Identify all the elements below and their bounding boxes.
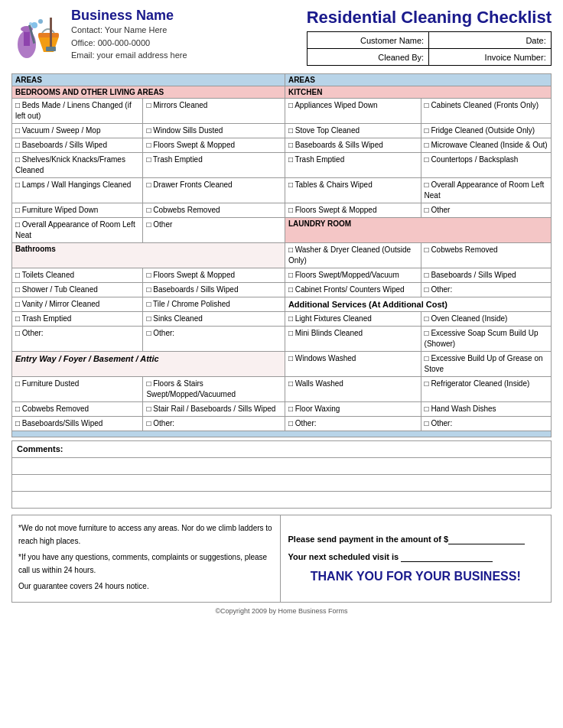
bedroom-item-4b: Trash Emptied	[143, 153, 285, 178]
bath-item-4b: Sinks Cleaned	[143, 312, 285, 327]
logo-icon	[11, 10, 65, 60]
entry-item-2b: Stair Rail / Baseboards / Sills Wiped	[143, 402, 285, 417]
kitchen-item-2a: Stove Top Cleaned	[285, 124, 421, 138]
payment-text: Please send payment in the amount of $	[288, 535, 449, 544]
bedroom-item-3a: Baseboards / Sills Wiped	[12, 138, 143, 153]
bedroom-item-4a: Shelves/Knick Knacks/Frames Cleaned	[12, 153, 143, 178]
info-grid: Customer Name: Date: Cleaned By: Invoice…	[307, 31, 552, 66]
kitchen-item-6b: Other	[421, 203, 551, 218]
payment-line: Please send payment in the amount of $	[288, 535, 544, 544]
svg-point-9	[29, 22, 32, 25]
bathrooms-header: Bathrooms	[12, 243, 285, 268]
logo-area: Business Name Contact: Your Name Here Of…	[11, 8, 187, 62]
email-info: Email: your email address here	[71, 49, 187, 62]
entry-item-1b: Floors & Stairs Swept/Mopped/Vacuumed	[143, 377, 285, 402]
copyright-text: ©Copyright 2009 by Home Business Forms	[11, 607, 552, 615]
bath-item-2a: Shower / Tub Cleaned	[12, 283, 143, 297]
bedroom-item-1b: Mirrors Cleaned	[143, 99, 285, 124]
entry-item-3a: Baseboards/Sills Wiped	[12, 417, 143, 431]
comments-label: Comments:	[12, 441, 552, 458]
visit-text: Your next scheduled visit is	[288, 552, 402, 561]
business-info: Business Name Contact: Your Name Here Of…	[71, 8, 187, 62]
additional-item-5b: Hand Wash Dishes	[421, 402, 551, 417]
bath-item-5b: Other:	[143, 327, 285, 352]
comment-line-3[interactable]	[12, 492, 552, 509]
kitchen-item-4b: Countertops / Backsplash	[421, 153, 551, 178]
kitchen-item-3b: Microwave Cleaned (Inside & Out)	[421, 138, 551, 153]
bedroom-item-6b: Cobwebs Removed	[143, 203, 285, 218]
entry-header: Entry Way / Foyer / Basement / Attic	[12, 352, 285, 377]
additional-item-1b: Oven Cleaned (Inside)	[421, 312, 551, 327]
spacer-row	[12, 431, 552, 437]
additional-item-5a: Floor Waxing	[285, 402, 421, 417]
svg-rect-6	[46, 47, 56, 51]
business-name: Business Name	[71, 8, 187, 24]
additional-item-3a: Windows Washed	[285, 352, 421, 377]
laundry-item-1b: Cobwebs Removed	[421, 243, 551, 268]
bath-item-4a: Trash Emptied	[12, 312, 143, 327]
disclaimer-3: Our guarantee covers 24 hours notice.	[18, 580, 274, 593]
date-label: Date:	[429, 32, 552, 49]
office-info: Office: 000-000-0000	[71, 37, 187, 50]
bedroom-item-6a: Furniture Wiped Down	[12, 203, 143, 218]
bath-item-1b: Floors Swept & Mopped	[143, 268, 285, 283]
disclaimer-2: *If you have any questions, comments, co…	[18, 551, 274, 577]
bedrooms-header: BEDROOMS AND OTHER LIVING AREAS	[12, 86, 285, 99]
additional-item-6b: Other:	[421, 417, 551, 431]
areas-header-left: AREAS	[12, 74, 285, 86]
entry-item-2a: Cobwebs Removed	[12, 402, 143, 417]
bedroom-item-5b: Drawer Fronts Cleaned	[143, 178, 285, 203]
laundry-item-3b: Other:	[421, 283, 551, 297]
bedroom-item-1a: Beds Made / Linens Changed (if left out)	[12, 99, 143, 124]
bedroom-item-2b: Window Sills Dusted	[143, 124, 285, 138]
bedroom-item-2a: Vacuum / Sweep / Mop	[12, 124, 143, 138]
disclaimer-1: *We do not move furniture to access any …	[18, 522, 274, 548]
additional-item-6a: Other:	[285, 417, 421, 431]
kitchen-item-4a: Trash Emptied	[285, 153, 421, 178]
laundry-item-1a: Washer & Dryer Cleaned (Outside Only)	[285, 243, 421, 268]
thank-you-text: THANK YOU FOR YOUR BUSINESS!	[288, 570, 544, 583]
entry-item-1a: Furniture Dusted	[12, 377, 143, 402]
contact-info: Contact: Your Name Here	[71, 24, 187, 37]
svg-point-7	[31, 22, 37, 28]
bedroom-item-3b: Floors Swept & Mopped	[143, 138, 285, 153]
additional-item-1a: Light Fixtures Cleaned	[285, 312, 421, 327]
header: Business Name Contact: Your Name Here Of…	[11, 8, 552, 66]
bath-item-3b: Tile / Chrome Polished	[143, 297, 285, 312]
laundry-item-2a: Floors Swept/Mopped/Vacuum	[285, 268, 421, 283]
kitchen-item-1a: Appliances Wiped Down	[285, 99, 421, 124]
bedroom-item-5a: Lamps / Wall Hangings Cleaned	[12, 178, 143, 203]
additional-item-2a: Mini Blinds Cleaned	[285, 327, 421, 352]
additional-item-2b: Excessive Soap Scum Build Up (Shower)	[421, 327, 551, 352]
areas-header-right: AREAS	[285, 74, 551, 86]
entry-item-3b: Other:	[143, 417, 285, 431]
kitchen-item-2b: Fridge Cleaned (Outside Only)	[421, 124, 551, 138]
kitchen-header: KITCHEN	[285, 86, 551, 99]
bedroom-item-7b: Other	[143, 218, 285, 243]
kitchen-item-5b: Overall Appearance of Room Left Neat	[421, 178, 551, 203]
additional-header: Additional Services (At Additional Cost)	[285, 297, 551, 312]
kitchen-item-5a: Tables & Chairs Wiped	[285, 178, 421, 203]
svg-rect-4	[38, 33, 59, 37]
title-area: Residential Cleaning Checklist Customer …	[307, 8, 552, 66]
additional-item-4a: Walls Washed	[285, 377, 421, 402]
kitchen-item-3a: Baseboards & Sills Wiped	[285, 138, 421, 153]
main-checklist-table: AREAS AREAS BEDROOMS AND OTHER LIVING AR…	[11, 73, 552, 437]
invoice-label: Invoice Number:	[429, 49, 552, 66]
laundry-header: LAUNDRY ROOM	[285, 218, 551, 243]
footer-section: *We do not move furniture to access any …	[11, 515, 552, 603]
laundry-item-2b: Baseboards / Sills Wiped	[421, 268, 551, 283]
comment-line-1[interactable]	[12, 458, 552, 475]
footer-right: Please send payment in the amount of $ Y…	[281, 515, 552, 602]
customer-name-label: Customer Name:	[307, 32, 429, 49]
bath-item-2b: Baseboards / Sills Wiped	[143, 283, 285, 297]
visit-line: Your next scheduled visit is	[288, 552, 544, 562]
kitchen-item-1b: Cabinets Cleaned (Fronts Only)	[421, 99, 551, 124]
bath-item-5a: Other:	[12, 327, 143, 352]
comment-line-2[interactable]	[12, 475, 552, 492]
bedroom-item-7a: Overall Appearance of Room Left Neat	[12, 218, 143, 243]
comments-table: Comments:	[11, 440, 552, 509]
svg-point-8	[38, 19, 43, 24]
svg-rect-5	[50, 18, 52, 48]
footer-left: *We do not move furniture to access any …	[12, 515, 281, 602]
